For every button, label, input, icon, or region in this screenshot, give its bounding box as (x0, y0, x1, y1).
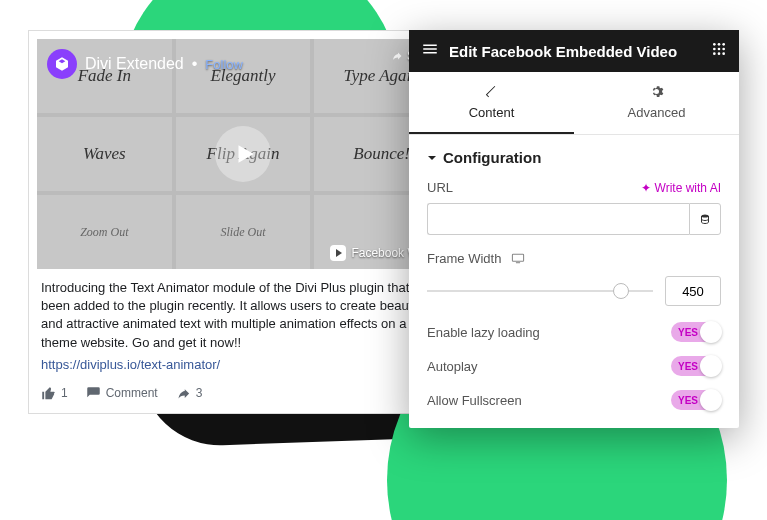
drag-grid-icon[interactable] (711, 41, 727, 61)
tab-advanced[interactable]: Advanced (574, 72, 739, 134)
section-title: Configuration (443, 149, 541, 166)
page-name[interactable]: Divi Extended (85, 55, 184, 73)
editor-title: Edit Facebook Embedded Video (449, 43, 701, 60)
comment-button[interactable]: Comment (86, 386, 158, 401)
toggle-switch[interactable]: YES (671, 390, 721, 410)
toggle-lazy-loading: Enable lazy loading YES (427, 322, 721, 342)
video-overlay-header: Divi Extended • Follow (47, 49, 243, 79)
share-count: 3 (196, 386, 203, 400)
toggle-label: Autoplay (427, 359, 478, 374)
toggle-label: Allow Fullscreen (427, 393, 522, 408)
svg-point-3 (713, 48, 716, 51)
url-input[interactable] (427, 203, 689, 235)
toggle-autoplay: Autoplay YES (427, 356, 721, 376)
preview-cell: Zoom Out (37, 195, 172, 269)
toggle-state: YES (678, 395, 698, 406)
preview-cell: Slide Out (176, 195, 311, 269)
svg-point-2 (722, 43, 725, 46)
svg-point-1 (718, 43, 721, 46)
play-button[interactable] (215, 126, 271, 182)
like-count: 1 (61, 386, 68, 400)
video-thumbnail[interactable]: Fade In Elegantly Type Again Waves Flip … (37, 39, 449, 269)
svg-point-7 (718, 52, 721, 55)
editor-header: Edit Facebook Embedded Video (409, 30, 739, 72)
tab-label: Advanced (628, 105, 686, 120)
url-label: URL (427, 180, 453, 195)
dynamic-content-button[interactable] (689, 203, 721, 235)
share-action[interactable]: 3 (176, 386, 203, 401)
toggle-label: Enable lazy loading (427, 325, 540, 340)
toggle-switch[interactable]: YES (671, 356, 721, 376)
preview-cell: Waves (37, 117, 172, 191)
svg-rect-10 (513, 254, 524, 261)
framewidth-value[interactable]: 450 (665, 276, 721, 306)
post-actions: 1 Comment 3 (37, 378, 449, 405)
svg-point-9 (702, 215, 709, 218)
section-toggle[interactable]: Configuration (427, 149, 721, 166)
tab-content[interactable]: Content (409, 72, 574, 134)
tab-label: Content (469, 105, 515, 120)
follow-link[interactable]: Follow (205, 57, 243, 72)
framewidth-label: Frame Width (427, 251, 501, 266)
comment-label: Comment (106, 386, 158, 400)
framewidth-slider[interactable] (427, 281, 653, 301)
watch-icon (330, 245, 346, 261)
field-url: URL ✦ Write with AI (427, 180, 721, 235)
post-link[interactable]: https://diviplus.io/text-animator/ (41, 356, 445, 374)
facebook-embed-card: Fade In Elegantly Type Again Waves Flip … (28, 30, 458, 414)
toggle-fullscreen: Allow Fullscreen YES (427, 390, 721, 410)
svg-point-8 (722, 52, 725, 55)
svg-point-6 (713, 52, 716, 55)
sparkle-icon: ✦ (641, 181, 651, 195)
toggle-state: YES (678, 361, 698, 372)
toggle-switch[interactable]: YES (671, 322, 721, 342)
editor-body: Configuration URL ✦ Write with AI Frame … (409, 135, 739, 428)
svg-point-0 (713, 43, 716, 46)
like-button[interactable]: 1 (41, 386, 68, 401)
desktop-icon[interactable] (511, 253, 525, 264)
post-description: Introducing the Text Animator module of … (41, 279, 445, 352)
post-body: Introducing the Text Animator module of … (37, 269, 449, 378)
hamburger-icon[interactable] (421, 40, 439, 62)
svg-point-5 (722, 48, 725, 51)
separator-dot: • (192, 55, 198, 73)
editor-tabs: Content Advanced (409, 72, 739, 135)
field-frame-width: Frame Width 450 (427, 251, 721, 306)
svg-point-4 (718, 48, 721, 51)
editor-panel: Edit Facebook Embedded Video Content Adv… (409, 30, 739, 428)
page-avatar[interactable] (47, 49, 77, 79)
toggle-state: YES (678, 327, 698, 338)
slider-thumb[interactable] (613, 283, 629, 299)
ai-link-text: Write with AI (655, 181, 721, 195)
write-with-ai-link[interactable]: ✦ Write with AI (641, 181, 721, 195)
